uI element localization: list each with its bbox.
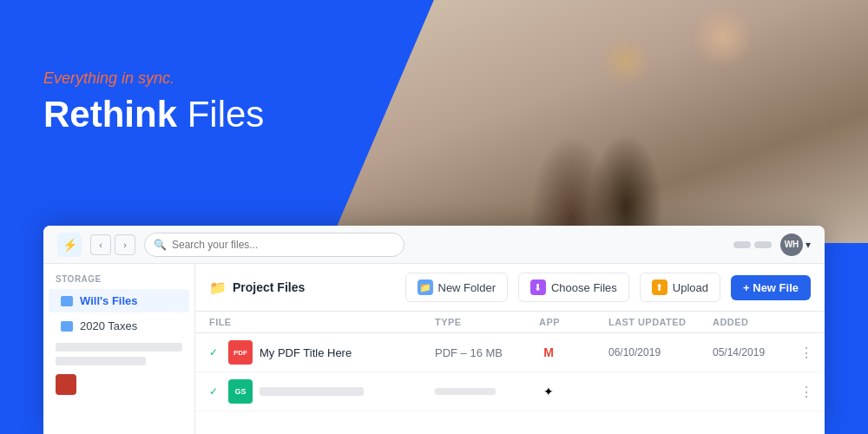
search-bar: 🔍 — [144, 233, 404, 257]
chevron-down-icon: ▾ — [806, 239, 811, 251]
file-table: File Type App Last Updated Added ✓ PDF M… — [195, 312, 825, 411]
app-icon-2: ✦ — [539, 382, 558, 401]
forward-icon: › — [123, 240, 127, 250]
file-type-1: PDF – 16 MB — [435, 346, 539, 359]
hero-text-block: Everything in sync. Rethink Files — [43, 69, 264, 135]
sidebar-item-2020-taxes[interactable]: 2020 Taxes — [49, 314, 189, 338]
back-icon: ‹ — [99, 240, 102, 250]
gmail-icon: M — [543, 345, 554, 359]
sidebar-item-label-taxes: 2020 Taxes — [80, 319, 137, 332]
file-name-cell-1: ✓ PDF My PDF Title Here — [209, 340, 435, 365]
hero-headline: Rethink Files — [43, 95, 264, 135]
search-input[interactable] — [172, 239, 395, 251]
last-updated-1: 06/10/2019 — [608, 346, 713, 358]
col-app: App — [539, 317, 608, 327]
new-file-label: + New File — [743, 281, 799, 294]
sidebar-item-label-wills: Will's Files — [80, 294, 138, 307]
sidebar: Storage Will's Files 2020 Taxes — [43, 264, 195, 434]
sidebar-placeholder-2 — [56, 357, 146, 365]
col-type: Type — [435, 317, 539, 327]
app-header: ⚡ ‹ › 🔍 WH ▾ — [43, 226, 825, 264]
user-dropdown[interactable]: WH ▾ — [780, 233, 811, 256]
file-toolbar: 📁 Project Files 📁 New Folder ⬇ Choose Fi… — [195, 264, 825, 312]
upload-icon: ⬆ — [652, 279, 667, 295]
dot-2 — [754, 241, 772, 248]
col-added: Added — [713, 317, 799, 327]
hero-section: Everything in sync. Rethink Files — [0, 0, 868, 243]
headline-rest: Files — [177, 94, 264, 135]
choose-icon: ⬇ — [530, 279, 546, 295]
more-icon-1[interactable]: ⋮ — [799, 345, 825, 361]
new-folder-icon: 📁 — [418, 279, 433, 295]
logo-icon: ⚡ — [62, 238, 77, 252]
avatar: WH — [780, 233, 803, 256]
app-logo: ⚡ — [57, 233, 82, 257]
upload-button[interactable]: ⬆ Upload — [640, 273, 720, 302]
file-type-2 — [435, 388, 539, 395]
file-badge-pdf: PDF — [228, 340, 253, 365]
nav-arrows: ‹ › — [90, 234, 135, 255]
headline-bold: Rethink — [43, 94, 177, 135]
check-icon-2: ✓ — [209, 385, 221, 398]
hero-tagline: Everything in sync. — [43, 69, 264, 88]
col-file: File — [209, 317, 435, 327]
folder-icon: 📁 — [209, 279, 227, 296]
new-folder-button[interactable]: 📁 New Folder — [405, 273, 508, 302]
added-1: 05/14/2019 — [713, 346, 799, 358]
col-actions — [799, 317, 825, 327]
app-window: ⚡ ‹ › 🔍 WH ▾ Storage — [43, 226, 825, 434]
search-icon: 🔍 — [154, 239, 167, 251]
folder-name: Project Files — [233, 280, 305, 294]
file-badge-sheet: GS — [228, 379, 253, 404]
file-name-placeholder-2 — [260, 387, 364, 396]
check-icon-1: ✓ — [209, 346, 221, 358]
current-folder: 📁 Project Files — [209, 279, 305, 296]
type-placeholder-2 — [435, 388, 496, 395]
back-button[interactable]: ‹ — [90, 234, 111, 255]
new-file-button[interactable]: + New File — [731, 275, 811, 300]
folder-icon-wills — [61, 296, 73, 306]
choose-files-label: Choose Files — [551, 281, 617, 294]
sidebar-section-label: Storage — [43, 274, 194, 284]
app-icon-1: M — [539, 343, 558, 362]
dot-1 — [733, 241, 751, 248]
table-header: File Type App Last Updated Added — [195, 312, 825, 333]
hero-photo — [330, 0, 868, 243]
upload-label: Upload — [673, 281, 708, 294]
drive-icon: ✦ — [543, 385, 554, 398]
folder-icon-taxes — [61, 321, 73, 332]
more-icon-2[interactable]: ⋮ — [799, 384, 825, 400]
main-content: 📁 Project Files 📁 New Folder ⬇ Choose Fi… — [195, 264, 825, 434]
table-row[interactable]: ✓ PDF My PDF Title Here PDF – 16 MB M 06… — [195, 333, 825, 372]
sidebar-placeholder-1 — [56, 343, 182, 352]
photo-overlay — [330, 0, 868, 243]
file-name-1: My PDF Title Here — [260, 346, 352, 359]
file-name-cell-2: ✓ GS — [209, 379, 435, 404]
app-body: Storage Will's Files 2020 Taxes 📁 Projec… — [43, 264, 825, 434]
col-last-updated: Last Updated — [608, 317, 713, 327]
sidebar-item-wills-files[interactable]: Will's Files — [49, 289, 189, 312]
new-folder-label: New Folder — [438, 281, 496, 294]
forward-button[interactable]: › — [115, 234, 135, 255]
sidebar-app-icon — [56, 374, 76, 395]
header-dots — [733, 241, 772, 248]
table-row[interactable]: ✓ GS ✦ ⋮ — [195, 372, 825, 411]
choose-files-button[interactable]: ⬇ Choose Files — [518, 273, 629, 302]
